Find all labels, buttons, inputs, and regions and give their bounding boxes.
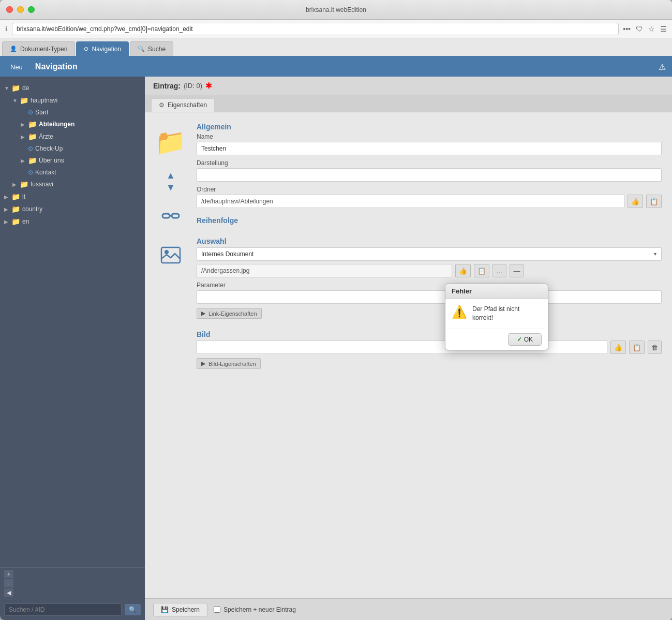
parameter-input[interactable] (197, 290, 662, 304)
tree-node-en[interactable]: 📁 en (0, 215, 145, 228)
neu-button[interactable]: Neu (6, 61, 27, 73)
tree-node-aerzte[interactable]: 📁 Ärzte (0, 130, 145, 143)
modal-warning-icon: ⚠️ (452, 305, 467, 319)
auswahl-clear-btn[interactable]: — (510, 264, 524, 277)
tree-label-abteilungen: Abteilungen (39, 121, 74, 128)
url-input[interactable] (12, 23, 619, 35)
zoom-minus-btn[interactable]: - (4, 579, 13, 587)
bild-section: Bild 👍 📋 🗑 ▶ Bild-Eigenschaften (197, 330, 662, 369)
gear-icon: ⚙ (159, 101, 165, 109)
tree-label-it: it (22, 193, 25, 200)
auswahl-path-input[interactable] (197, 264, 452, 277)
folder-big-icon: 📁 (155, 128, 186, 157)
tab-dokument-typen[interactable]: 👤 Dokument-Typen (2, 41, 75, 56)
tree-node-fussnavi[interactable]: 📁 fussnavi (0, 178, 145, 190)
sidebar-zoom-row: + - ◀ (0, 567, 145, 599)
zoom-arrow-btn[interactable]: ◀ (4, 588, 13, 597)
link-eigenschaften-label: Link-Eigenschaften (208, 311, 257, 317)
save-new-checkbox[interactable] (214, 606, 220, 613)
ordner-thumb-btn[interactable]: 👍 (628, 195, 643, 208)
zoom-plus-btn[interactable]: + (4, 570, 13, 578)
traffic-lights (6, 6, 35, 13)
tab-eigenschaften[interactable]: ⚙ Eigenschaften (151, 98, 215, 112)
bild-title: Bild (197, 330, 662, 338)
tree-node-abteilungen[interactable]: 📁 Abteilungen (0, 118, 145, 130)
svg-rect-0 (162, 214, 170, 218)
sidebar-search-button[interactable]: 🔍 (125, 604, 141, 615)
chevron-right-icon: ▶ (201, 310, 205, 317)
save-new-label: Speichern + neuer Eintrag (223, 606, 296, 613)
bild-eigenschaften-label: Bild-Eigenschaften (208, 361, 256, 367)
fullscreen-btn[interactable] (28, 6, 35, 13)
tree-label-checkup: Check-Up (35, 145, 63, 152)
tree-node-start[interactable]: ⊙ Start (0, 107, 145, 118)
warning-icon[interactable]: ⚠ (659, 62, 666, 72)
svg-point-4 (165, 250, 169, 254)
folder-icon-de: 📁 (11, 84, 20, 92)
tree-node-ueberuns[interactable]: 📁 Über uns (0, 154, 145, 167)
link-eigenschaften-btn[interactable]: ▶ Link-Eigenschaften (197, 308, 262, 319)
svg-rect-1 (172, 214, 179, 218)
nav-icon: ⊙ (84, 46, 88, 52)
content-area: Eintrag: (ID: 0) ✱ ⚙ Eigenschaften 📁 (145, 77, 672, 620)
form-content: 📁 ▲ ▼ (145, 112, 672, 598)
tab-navigation[interactable]: ⊙ Navigation (76, 41, 129, 56)
search-tab-icon: 🔍 (138, 46, 145, 52)
auswahl-copy-btn[interactable]: 📋 (474, 264, 489, 277)
arrow-country (4, 206, 9, 212)
minimize-btn[interactable] (17, 6, 24, 13)
tree-node-hauptnavi[interactable]: 📁 hauptnavi (0, 94, 145, 107)
arrow-abteilungen (21, 122, 26, 127)
name-input[interactable] (197, 142, 662, 155)
ordner-input[interactable] (197, 195, 624, 208)
tree-label-fussnavi: fussnavi (31, 181, 53, 188)
arrow-fussnavi (12, 182, 18, 187)
tree-node-it[interactable]: 📁 it (0, 190, 145, 203)
sidebar-search-bar: 🔍 (0, 599, 145, 620)
modal-ok-button[interactable]: ✓ OK (508, 333, 542, 346)
toolbar: Neu Navigation ⚠ (0, 57, 672, 77)
checkmark-icon: ✓ (517, 336, 522, 343)
arrow-down-icon[interactable]: ▼ (166, 182, 175, 193)
ok-label: OK (524, 336, 533, 343)
link-chain-icon (161, 206, 180, 225)
arrow-it (4, 194, 9, 200)
close-btn[interactable] (6, 6, 13, 13)
entry-header: Eintrag: (ID: 0) ✱ (145, 77, 672, 95)
bild-delete-btn[interactable]: 🗑 (648, 341, 662, 354)
tree-node-kontakt[interactable]: ⊙ Kontakt (0, 167, 145, 178)
address-bar: ℹ ••• 🛡 ☆ ☰ (0, 20, 672, 38)
ordner-label: Ordner (197, 186, 662, 193)
tree-node-de[interactable]: 📁 de (0, 82, 145, 94)
tab-suche[interactable]: 🔍 Suche (130, 41, 173, 56)
save-label: Speichern (172, 606, 200, 613)
darstellung-input[interactable] (197, 168, 662, 182)
save-button[interactable]: 💾 Speichern (153, 603, 207, 616)
arrow-hauptnavi (12, 98, 18, 104)
folder-icon-aerzte: 📁 (28, 132, 37, 141)
bild-eigenschaften-btn[interactable]: ▶ Bild-Eigenschaften (197, 358, 261, 369)
page-icon-kontakt: ⊙ (28, 169, 33, 176)
save-new-checkbox-label[interactable]: Speichern + neuer Eintrag (214, 606, 296, 613)
more-icon[interactable]: ••• (623, 25, 631, 33)
sidebar: 📁 de 📁 hauptnavi ⊙ (0, 77, 145, 620)
menu-icon[interactable]: ☰ (660, 25, 667, 33)
auswahl-path-row: 👍 📋 … — (197, 264, 662, 277)
darstellung-label: Darstellung (197, 159, 662, 167)
auswahl-thumb-btn[interactable]: 👍 (455, 264, 471, 277)
tree-node-checkup[interactable]: ⊙ Check-Up (0, 143, 145, 154)
sidebar-search-input[interactable] (4, 603, 122, 616)
auswahl-select-wrapper: Internes Dokument Externes Dokument Kein… (197, 247, 662, 261)
tree-node-country[interactable]: 📁 country (0, 203, 145, 215)
bild-copy-btn[interactable]: 📋 (629, 341, 645, 354)
window-title: brixsana.it webEdition (306, 6, 366, 13)
bild-thumb-btn[interactable]: 👍 (610, 341, 626, 354)
ordner-copy-btn[interactable]: 📋 (646, 195, 662, 208)
auswahl-more-btn[interactable]: … (492, 264, 506, 277)
modal-body: ⚠️ Der Pfad ist nicht korrekt! (445, 299, 548, 329)
auswahl-select[interactable]: Internes Dokument Externes Dokument Kein… (197, 247, 662, 261)
ordner-row: 👍 📋 (197, 195, 662, 208)
bookmark-icon[interactable]: ☆ (648, 25, 655, 33)
tree-label-country: country (22, 205, 42, 213)
arrow-up-icon[interactable]: ▲ (166, 170, 175, 181)
